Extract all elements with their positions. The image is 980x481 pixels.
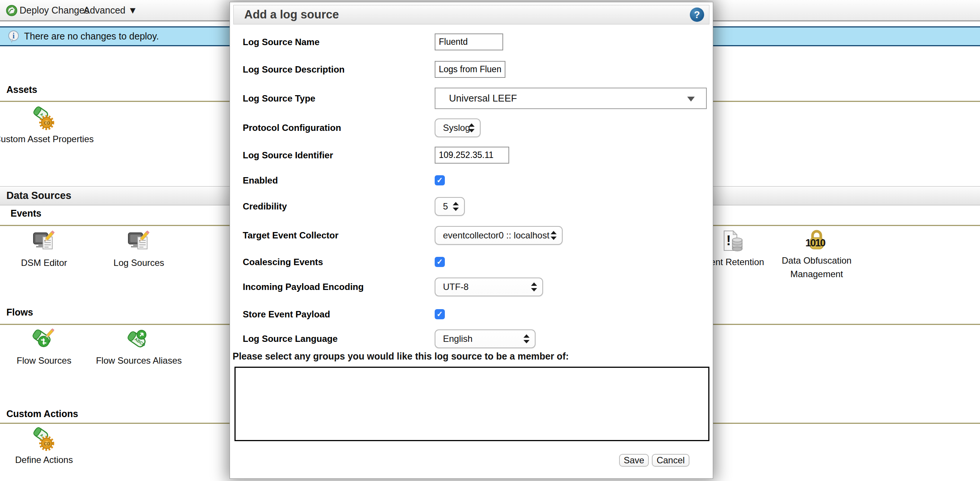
document-database-icon: !	[719, 229, 745, 254]
dialog-title: Add a log source	[244, 5, 339, 24]
select-stepper-icon	[453, 202, 459, 211]
store-event-payload-label: Store Event Payload	[243, 309, 427, 319]
log-source-language-value: English	[443, 330, 473, 348]
tile-flow-sources-aliases[interactable]: ABCD Flow Sources Aliases	[95, 328, 183, 369]
help-icon[interactable]: ?	[690, 8, 704, 22]
log-source-description-input[interactable]	[435, 61, 506, 78]
tile-label: Data Obfuscation	[782, 256, 851, 266]
log-source-identifier-label: Log Source Identifier	[243, 147, 427, 164]
tile-custom-asset-properties[interactable]: A CD Custom Asset Properties	[0, 106, 88, 148]
log-source-identifier-input[interactable]	[435, 147, 509, 164]
tile-label: Flow Sources	[17, 356, 71, 366]
coalescing-events-label: Coalescing Events	[243, 257, 427, 267]
svg-text:CD: CD	[44, 121, 50, 125]
svg-text:CD: CD	[44, 441, 50, 446]
incoming-payload-encoding-label: Incoming Payload Encoding	[243, 278, 427, 296]
tile-label: Flow Sources Aliases	[96, 356, 182, 366]
credibility-label: Credibility	[243, 197, 427, 216]
section-header-events: Events	[11, 208, 41, 219]
section-header-assets: Assets	[6, 84, 37, 95]
log-source-type-dropdown[interactable]: Universal LEEF	[435, 87, 707, 109]
deploy-changes-icon	[6, 5, 18, 16]
log-source-name-input[interactable]	[435, 33, 503, 51]
select-stepper-icon	[469, 123, 474, 133]
credibility-select[interactable]: 5	[435, 197, 465, 216]
section-header-custom-actions: Custom Actions	[6, 408, 78, 419]
deploy-changes-button[interactable]: Deploy Changes	[19, 0, 89, 20]
protocol-configuration-select[interactable]: Syslog	[435, 119, 480, 137]
select-stepper-icon	[550, 230, 557, 240]
select-stepper-icon	[523, 334, 530, 344]
tile-label-line2: Management	[790, 269, 843, 279]
tile-label: Log Sources	[114, 258, 164, 268]
check-icon: ✓	[435, 309, 445, 319]
cancel-button[interactable]: Cancel	[652, 454, 689, 467]
monitor-pencil-icon	[126, 230, 151, 255]
tile-define-actions[interactable]: A CD Define Actions	[0, 427, 88, 468]
log-source-language-select[interactable]: English	[435, 329, 536, 348]
money-gear-icon: A CD	[32, 106, 56, 131]
tile-dsm-editor[interactable]: DSM Editor	[0, 230, 88, 271]
groups-prompt: Please select any groups you would like …	[232, 351, 569, 362]
section-header-data-sources: Data Sources	[6, 187, 72, 205]
chevron-down-icon	[687, 97, 695, 102]
tile-label: DSM Editor	[21, 258, 67, 268]
svg-text:!: !	[726, 233, 731, 248]
tile-data-obfuscation-management[interactable]: 1010 Data Obfuscation Management	[773, 228, 861, 284]
enabled-checkbox[interactable]: ✓	[435, 175, 445, 186]
log-source-type-value: Universal LEEF	[449, 88, 517, 108]
tile-label: Define Actions	[15, 455, 73, 465]
target-event-collector-value: eventcollector0 :: localhost	[443, 227, 549, 244]
log-source-name-label: Log Source Name	[243, 33, 427, 51]
money-arrows-pencil-icon	[32, 328, 56, 353]
padlock-1010-icon: 1010	[804, 228, 829, 253]
log-source-language-label: Log Source Language	[243, 329, 427, 348]
save-button[interactable]: Save	[619, 454, 649, 467]
advanced-menu-button[interactable]: Advanced ▼	[84, 0, 137, 20]
log-source-type-label: Log Source Type	[243, 87, 427, 109]
credibility-value: 5	[443, 198, 448, 215]
tile-log-sources[interactable]: Log Sources	[95, 230, 183, 271]
protocol-configuration-value: Syslog	[443, 119, 470, 137]
incoming-payload-encoding-select[interactable]: UTF-8	[435, 278, 543, 296]
incoming-payload-encoding-value: UTF-8	[443, 278, 469, 295]
tile-label: Custom Asset Properties	[0, 134, 94, 144]
section-header-flows: Flows	[6, 307, 33, 318]
coalescing-events-checkbox[interactable]: ✓	[435, 257, 445, 267]
info-banner-message: There are no changes to deploy.	[24, 27, 159, 45]
tile-flow-sources[interactable]: Flow Sources	[0, 328, 88, 369]
target-event-collector-label: Target Event Collector	[243, 226, 427, 245]
money-gear-icon: A CD	[32, 427, 56, 452]
dialog-title-bar: Add a log source	[233, 5, 710, 24]
target-event-collector-select[interactable]: eventcollector0 :: localhost	[435, 226, 563, 245]
log-source-description-label: Log Source Description	[243, 61, 427, 78]
select-stepper-icon	[531, 282, 537, 292]
svg-text:i: i	[13, 32, 15, 40]
groups-selection-box[interactable]	[234, 367, 710, 441]
svg-text:1010: 1010	[805, 237, 825, 249]
protocol-configuration-label: Protocol Configuration	[243, 119, 427, 137]
monitor-pencil-icon	[32, 230, 56, 255]
enabled-label: Enabled	[243, 175, 427, 186]
check-icon: ✓	[435, 257, 445, 267]
info-icon: i	[7, 30, 20, 43]
money-abcd-arrow-icon: ABCD	[126, 328, 151, 353]
store-event-payload-checkbox[interactable]: ✓	[435, 309, 445, 319]
check-icon: ✓	[435, 175, 445, 186]
